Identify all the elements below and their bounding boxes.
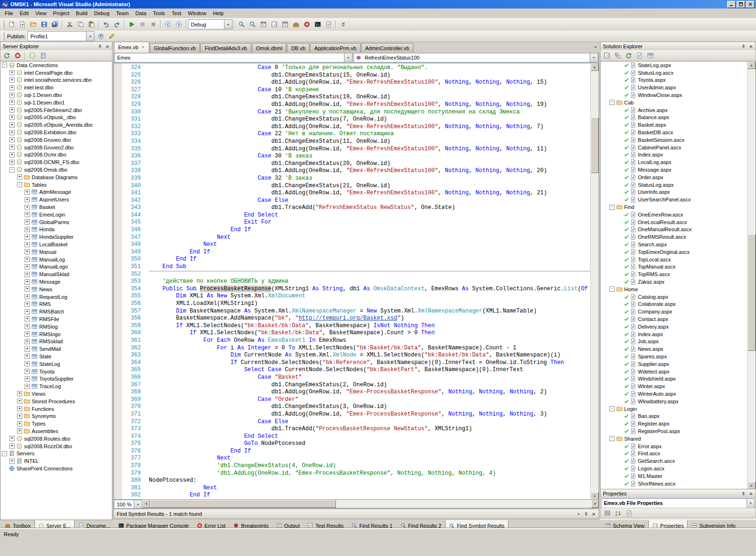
editor-vertical-scrollbar[interactable]	[590, 63, 599, 500]
cut-button[interactable]	[64, 19, 75, 30]
expand-icon[interactable]: +	[25, 257, 30, 262]
sort-az-button[interactable]: AZ	[613, 508, 624, 518]
server-item-sql2008-gruveo-dbo[interactable]: +sql2008.Gruveo.dbo	[0, 136, 112, 144]
save-button[interactable]	[39, 19, 50, 30]
server-item-tables[interactable]: -Tables	[0, 181, 112, 189]
menu-window[interactable]: Window	[185, 9, 210, 17]
expand-icon[interactable]: +	[17, 399, 22, 404]
solution-item-m1-master[interactable]: M1.Master	[601, 472, 747, 480]
overflow-button[interactable]	[338, 19, 349, 30]
navigate-forward-button[interactable]	[173, 19, 184, 30]
editor-horizontal-scrollbar[interactable]: 100 %	[113, 499, 599, 508]
server-item-views[interactable]: +Views	[0, 390, 112, 398]
server-item-sql2008-ocmr-fs-dbo[interactable]: +sql2008.OCMR_FS.dbo	[0, 158, 112, 166]
expand-icon[interactable]: +	[25, 302, 30, 307]
solution-item-getsearch-ascx[interactable]: GetSearch.ascx	[601, 457, 747, 465]
solution-item-archive-aspx[interactable]: Archive.aspx	[601, 106, 747, 114]
solution-item-statuslog-ascx[interactable]: StatusLog.ascx	[601, 69, 747, 77]
solution-item-oneemexrow-ascx[interactable]: OneEmexRow.ascx	[601, 211, 747, 218]
document-tab-admincontroller-vb[interactable]: AdminController.vb	[361, 43, 413, 52]
expand-icon[interactable]: +	[17, 428, 22, 434]
expand-icon[interactable]: +	[25, 242, 30, 247]
view-code-button[interactable]	[634, 51, 645, 61]
redo-button[interactable]	[112, 19, 122, 30]
expand-icon[interactable]: +	[9, 115, 15, 120]
server-item-localbasket[interactable]: +LocalBasket	[0, 241, 112, 248]
expand-icon[interactable]: +	[25, 369, 30, 374]
server-item-rmssklad[interactable]: +RMSsklad	[0, 338, 112, 345]
collapse-icon[interactable]: -	[610, 287, 615, 292]
expand-icon[interactable]: +	[9, 145, 15, 150]
server-item-functions[interactable]: +Functions	[0, 405, 112, 413]
solution-item-statuslog-aspx[interactable]: StatusLog.aspx	[601, 181, 747, 189]
solution-item-userinfo-aspx[interactable]: UserInfo.aspx	[601, 189, 747, 196]
refresh-button[interactable]	[1, 51, 12, 61]
server-item-sql-1-desen-dbo[interactable]: +sql-1.Desen.dbo	[0, 91, 112, 99]
document-tab-finddetailadv3-vb[interactable]: FindDetailAdv3.vb	[200, 43, 251, 52]
scrollbar-thumb[interactable]	[591, 117, 599, 173]
expand-icon[interactable]: +	[9, 100, 15, 105]
pin-icon[interactable]	[739, 43, 747, 50]
expand-icon[interactable]: +	[25, 219, 30, 225]
collapse-icon[interactable]: -	[610, 205, 615, 210]
close-icon[interactable]	[747, 490, 755, 497]
expand-icon[interactable]: +	[25, 249, 30, 254]
expand-icon[interactable]: +	[17, 421, 22, 426]
expand-icon[interactable]: +	[25, 264, 30, 269]
solution-explorer-scrollbar[interactable]	[747, 61, 756, 489]
server-item-sql2008-ocmr-dbo[interactable]: +sql2008.Ocmr.dbo	[0, 151, 112, 159]
toolbar-grip[interactable]	[2, 20, 4, 29]
solution-item-basket-aspx[interactable]: Basket.aspx	[601, 121, 747, 129]
solution-item-onelocalresult-ascx[interactable]: OneLocalResult.ascx	[601, 218, 747, 226]
collapse-icon[interactable]: -	[610, 406, 615, 411]
paste-button[interactable]	[86, 19, 97, 30]
document-tab-omsk-dbml[interactable]: Omsk.dbml	[252, 43, 287, 52]
expand-icon[interactable]: +	[25, 309, 30, 314]
undo-button[interactable]	[101, 19, 112, 30]
solution-item-company-aspx[interactable]: Company.aspx	[601, 308, 747, 315]
scroll-up-icon[interactable]	[591, 63, 599, 71]
debug-configuration-combo[interactable]: Debug	[188, 19, 232, 29]
toolbar-grip[interactable]	[2, 32, 4, 41]
server-item-sendmail[interactable]: +SendMail	[0, 345, 112, 353]
view-designer-button[interactable]	[645, 51, 656, 61]
server-item-sql2008-gruveo2-dbo[interactable]: +sql2008.Gruveo2.dbo	[0, 144, 112, 151]
outlining-margin[interactable]	[143, 63, 149, 500]
server-item-database-diagrams[interactable]: +Database Diagrams	[0, 174, 112, 181]
scroll-right-icon[interactable]	[591, 500, 599, 508]
save-all-button[interactable]	[50, 19, 60, 30]
server-item-data-connections[interactable]: -Data Connections	[0, 61, 112, 69]
scrollbar-track[interactable]	[150, 500, 591, 508]
expand-icon[interactable]: +	[25, 361, 30, 366]
solution-item-spares-aspx[interactable]: Spares.aspx	[601, 353, 747, 360]
collapse-icon[interactable]: -	[9, 167, 15, 173]
pin-icon[interactable]	[739, 490, 747, 497]
class-dropdown[interactable]: Emex	[114, 53, 352, 62]
scrollbar-track[interactable]	[747, 69, 756, 482]
menu-debug[interactable]: Debug	[91, 9, 112, 17]
menu-data[interactable]: Data	[132, 9, 149, 17]
server-item-state[interactable]: +State	[0, 353, 112, 360]
expand-icon[interactable]: +	[9, 85, 15, 90]
solution-item-shared[interactable]: -Shared	[601, 435, 747, 443]
server-item-message[interactable]: +Message	[0, 278, 112, 286]
server-item-hondasupplier[interactable]: +HondaSupplier	[0, 233, 112, 241]
expand-icon[interactable]: +	[25, 272, 30, 277]
solution-item-login[interactable]: -Login	[601, 405, 747, 413]
stop-debug-button[interactable]	[148, 19, 159, 30]
expand-icon[interactable]: +	[9, 93, 15, 98]
find-button[interactable]	[236, 19, 247, 30]
solution-item-find[interactable]: -Find	[601, 203, 747, 211]
solution-item-home[interactable]: -Home	[601, 286, 747, 293]
server-item-tracelog[interactable]: +TraceLog	[0, 382, 112, 390]
chevron-down-icon[interactable]	[134, 500, 142, 508]
maximize-button[interactable]	[737, 1, 745, 8]
solution-item-catalog-aspx[interactable]: Catalog.aspx	[601, 293, 747, 301]
chevron-down-icon[interactable]	[86, 32, 94, 41]
expand-icon[interactable]: +	[25, 197, 30, 202]
solution-item-news-aspx[interactable]: News.aspx	[601, 345, 747, 353]
server-item-sql2005-votpusk-arenda-dbo[interactable]: +sql2005.vOtpusk_Arenda.dbo	[0, 121, 112, 129]
server-item-requestlog[interactable]: +RequestLog	[0, 293, 112, 301]
expand-icon[interactable]: +	[9, 436, 15, 441]
server-item-rmslog[interactable]: +RMSlog	[0, 323, 112, 330]
